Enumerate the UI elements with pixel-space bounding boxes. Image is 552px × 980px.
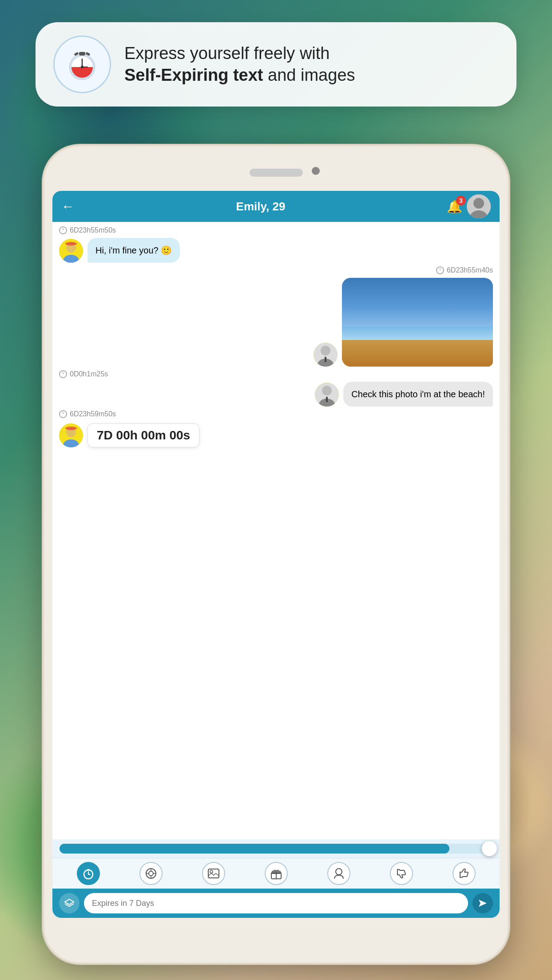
expiry-timer-display: 7D 00h 00m 00s (87, 423, 199, 447)
dislike-tool-icon (396, 868, 407, 879)
expiry-timer-value: 7D 00h 00m 00s (97, 428, 190, 442)
profile-tool-icon (334, 868, 344, 879)
message-bubble-image (342, 278, 493, 367)
message-row-4: 7D 00h 00m 00s (59, 422, 493, 449)
slider-area (52, 839, 500, 858)
slider-track[interactable] (60, 844, 492, 854)
send-icon (478, 899, 488, 908)
feature-description: Express yourself freely with Self-Expiri… (124, 43, 499, 87)
phone-speaker (250, 169, 303, 177)
phone-screen: ← Emily, 29 🔔 3 (52, 191, 500, 918)
beach-image (342, 278, 493, 367)
clock-icon-1 (59, 226, 67, 234)
beach-waves (342, 327, 493, 340)
avatar-icon (467, 194, 491, 218)
toolbar-like-button[interactable] (453, 862, 476, 885)
timer-tool-icon (82, 867, 95, 880)
toolbar-dislike-button[interactable] (390, 862, 413, 885)
svg-point-11 (473, 198, 484, 209)
chat-header: ← Emily, 29 🔔 3 (52, 191, 500, 222)
svg-point-9 (81, 66, 83, 68)
message-row-2 (59, 278, 493, 367)
user-avatar-icon-3 (315, 383, 339, 407)
message-bubble-1: Hi, i'm fine you? 🙂 (87, 238, 180, 263)
svg-marker-45 (65, 899, 74, 905)
toolbar-aperture-button[interactable] (139, 862, 163, 885)
clock-icon-3 (59, 370, 67, 378)
message-text-3: Check this photo i'm at the beach! (351, 389, 485, 399)
timer-stamp-1: 6D23h55m50s (59, 226, 116, 234)
clock-icon-4 (59, 410, 67, 418)
image-tool-icon (208, 869, 219, 878)
clock-icon-2 (436, 266, 444, 274)
user-avatar-2 (314, 343, 338, 367)
message-input[interactable] (84, 893, 468, 913)
svg-point-44 (336, 869, 342, 875)
phone-frame: ← Emily, 29 🔔 3 (44, 146, 508, 962)
svg-point-16 (65, 242, 77, 245)
emily-avatar-icon-4 (59, 423, 83, 447)
aperture-tool-icon (145, 868, 157, 879)
slider-thumb[interactable] (482, 841, 497, 856)
svg-point-34 (149, 871, 153, 876)
timer-stamp-2: 6D23h55m40s (436, 266, 493, 274)
svg-rect-1 (79, 52, 85, 55)
timer-value-2: 6D23h55m40s (447, 266, 493, 274)
timer-value-4: 6D23h59m50s (70, 410, 116, 418)
notification-badge: 3 (456, 196, 466, 205)
like-tool-icon (458, 868, 470, 879)
toolbar-profile-button[interactable] (327, 862, 350, 885)
user-avatar-icon (314, 343, 338, 367)
feature-text-bold: Self-Expiring text (124, 66, 263, 84)
emily-avatar-icon (59, 239, 83, 263)
emily-avatar-1 (59, 239, 83, 263)
feature-text-line1: Express yourself freely with (124, 44, 330, 63)
send-button[interactable] (473, 893, 493, 913)
svg-rect-20 (325, 357, 326, 362)
beach-sand (342, 340, 493, 367)
emily-avatar-4 (59, 423, 83, 447)
message-row-3: Check this photo i'm at the beach! (59, 382, 493, 407)
input-bar (52, 889, 500, 918)
phone-camera (312, 167, 320, 175)
feature-text-line3: and images (263, 66, 355, 84)
beach-sky (342, 278, 493, 327)
svg-point-18 (321, 346, 330, 356)
timer-value-3: 0D0h1m25s (70, 370, 108, 378)
timer-stamp-3: 0D0h1m25s (59, 370, 108, 378)
layers-icon (64, 899, 75, 908)
toolbar-gift-button[interactable] (265, 862, 288, 885)
layers-button[interactable] (59, 893, 79, 913)
slider-fill (60, 844, 449, 854)
svg-rect-39 (208, 869, 219, 878)
toolbar-image-button[interactable] (202, 862, 225, 885)
chat-messages-container: 6D23h55m50s Hi, i'm fine you? 🙂 (52, 222, 500, 839)
contact-avatar-header (467, 194, 491, 218)
feature-icon-container (53, 36, 111, 93)
timer-value-1: 6D23h55m50s (70, 226, 116, 234)
user-avatar-3 (315, 383, 339, 407)
svg-rect-24 (326, 397, 328, 402)
toolbar-timer-button[interactable] (77, 862, 100, 885)
stopwatch-icon (64, 47, 100, 82)
svg-rect-30 (87, 869, 90, 871)
bottom-toolbar (52, 858, 500, 889)
gift-tool-icon (270, 868, 282, 879)
svg-marker-46 (479, 900, 487, 907)
svg-point-22 (322, 386, 332, 395)
chat-title: Emily, 29 (236, 200, 286, 213)
svg-point-28 (65, 427, 77, 430)
notification-bell[interactable]: 🔔 3 (447, 199, 462, 214)
message-row-1: Hi, i'm fine you? 🙂 (59, 238, 493, 263)
message-bubble-3: Check this photo i'm at the beach! (343, 382, 493, 407)
back-button[interactable]: ← (61, 199, 75, 214)
feature-card: Express yourself freely with Self-Expiri… (36, 22, 516, 107)
message-text-1: Hi, i'm fine you? 🙂 (95, 245, 172, 255)
timer-stamp-4: 6D23h59m50s (59, 410, 116, 418)
